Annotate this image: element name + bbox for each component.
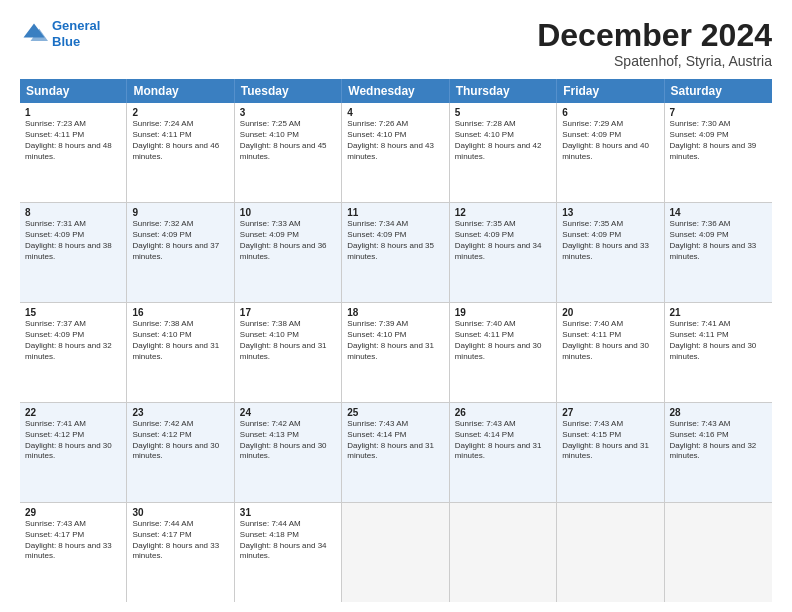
cell-content: Sunrise: 7:30 AM Sunset: 4:09 PM Dayligh… xyxy=(670,119,767,162)
day-14: 14 Sunrise: 7:36 AMSunset: 4:09 PMDaylig… xyxy=(665,203,772,302)
day-3: 3 Sunrise: 7:25 AM Sunset: 4:10 PM Dayli… xyxy=(235,103,342,202)
header-sunday: Sunday xyxy=(20,79,127,103)
day-22: 22 Sunrise: 7:41 AMSunset: 4:12 PMDaylig… xyxy=(20,403,127,502)
page: General Blue December 2024 Spatenhof, St… xyxy=(0,0,792,612)
day-17: 17 Sunrise: 7:38 AMSunset: 4:10 PMDaylig… xyxy=(235,303,342,402)
day-2: 2 Sunrise: 7:24 AM Sunset: 4:11 PM Dayli… xyxy=(127,103,234,202)
week-row-4: 22 Sunrise: 7:41 AMSunset: 4:12 PMDaylig… xyxy=(20,403,772,503)
day-5: 5 Sunrise: 7:28 AM Sunset: 4:10 PM Dayli… xyxy=(450,103,557,202)
day-6: 6 Sunrise: 7:29 AM Sunset: 4:09 PM Dayli… xyxy=(557,103,664,202)
day-empty-2 xyxy=(450,503,557,602)
calendar: Sunday Monday Tuesday Wednesday Thursday… xyxy=(20,79,772,602)
title-block: December 2024 Spatenhof, Styria, Austria xyxy=(537,18,772,69)
day-29: 29 Sunrise: 7:43 AMSunset: 4:17 PMDaylig… xyxy=(20,503,127,602)
day-11: 11 Sunrise: 7:34 AMSunset: 4:09 PMDaylig… xyxy=(342,203,449,302)
header-tuesday: Tuesday xyxy=(235,79,342,103)
day-7: 7 Sunrise: 7:30 AM Sunset: 4:09 PM Dayli… xyxy=(665,103,772,202)
header-saturday: Saturday xyxy=(665,79,772,103)
header-wednesday: Wednesday xyxy=(342,79,449,103)
day-26: 26 Sunrise: 7:43 AMSunset: 4:14 PMDaylig… xyxy=(450,403,557,502)
day-4: 4 Sunrise: 7:26 AM Sunset: 4:10 PM Dayli… xyxy=(342,103,449,202)
day-number: 1 xyxy=(25,107,121,118)
cell-content: Sunrise: 7:29 AM Sunset: 4:09 PM Dayligh… xyxy=(562,119,658,162)
cell-content: Sunrise: 7:23 AM Sunset: 4:11 PM Dayligh… xyxy=(25,119,121,162)
header-thursday: Thursday xyxy=(450,79,557,103)
header-monday: Monday xyxy=(127,79,234,103)
day-16: 16 Sunrise: 7:38 AMSunset: 4:10 PMDaylig… xyxy=(127,303,234,402)
day-31: 31 Sunrise: 7:44 AMSunset: 4:18 PMDaylig… xyxy=(235,503,342,602)
day-number: 7 xyxy=(670,107,767,118)
day-12: 12 Sunrise: 7:35 AMSunset: 4:09 PMDaylig… xyxy=(450,203,557,302)
day-20: 20 Sunrise: 7:40 AMSunset: 4:11 PMDaylig… xyxy=(557,303,664,402)
day-8: 8 Sunrise: 7:31 AMSunset: 4:09 PMDayligh… xyxy=(20,203,127,302)
logo: General Blue xyxy=(20,18,100,49)
week-row-1: 1 Sunrise: 7:23 AM Sunset: 4:11 PM Dayli… xyxy=(20,103,772,203)
week-row-3: 15 Sunrise: 7:37 AMSunset: 4:09 PMDaylig… xyxy=(20,303,772,403)
day-10: 10 Sunrise: 7:33 AMSunset: 4:09 PMDaylig… xyxy=(235,203,342,302)
day-number: 3 xyxy=(240,107,336,118)
day-number: 5 xyxy=(455,107,551,118)
day-25: 25 Sunrise: 7:43 AMSunset: 4:14 PMDaylig… xyxy=(342,403,449,502)
day-27: 27 Sunrise: 7:43 AMSunset: 4:15 PMDaylig… xyxy=(557,403,664,502)
cell-content: Sunrise: 7:26 AM Sunset: 4:10 PM Dayligh… xyxy=(347,119,443,162)
logo-icon xyxy=(20,20,48,48)
week-row-2: 8 Sunrise: 7:31 AMSunset: 4:09 PMDayligh… xyxy=(20,203,772,303)
day-28: 28 Sunrise: 7:43 AMSunset: 4:16 PMDaylig… xyxy=(665,403,772,502)
month-title: December 2024 xyxy=(537,18,772,53)
header-friday: Friday xyxy=(557,79,664,103)
day-23: 23 Sunrise: 7:42 AMSunset: 4:12 PMDaylig… xyxy=(127,403,234,502)
day-empty-3 xyxy=(557,503,664,602)
day-21: 21 Sunrise: 7:41 AMSunset: 4:11 PMDaylig… xyxy=(665,303,772,402)
logo-blue: Blue xyxy=(52,34,80,49)
day-24: 24 Sunrise: 7:42 AMSunset: 4:13 PMDaylig… xyxy=(235,403,342,502)
day-18: 18 Sunrise: 7:39 AMSunset: 4:10 PMDaylig… xyxy=(342,303,449,402)
day-number: 2 xyxy=(132,107,228,118)
calendar-body: 1 Sunrise: 7:23 AM Sunset: 4:11 PM Dayli… xyxy=(20,103,772,602)
cell-content: Sunrise: 7:24 AM Sunset: 4:11 PM Dayligh… xyxy=(132,119,228,162)
cell-content: Sunrise: 7:28 AM Sunset: 4:10 PM Dayligh… xyxy=(455,119,551,162)
day-number: 4 xyxy=(347,107,443,118)
header: General Blue December 2024 Spatenhof, St… xyxy=(20,18,772,69)
logo-text: General Blue xyxy=(52,18,100,49)
day-19: 19 Sunrise: 7:40 AMSunset: 4:11 PMDaylig… xyxy=(450,303,557,402)
week-row-5: 29 Sunrise: 7:43 AMSunset: 4:17 PMDaylig… xyxy=(20,503,772,602)
day-empty-1 xyxy=(342,503,449,602)
cell-content: Sunrise: 7:25 AM Sunset: 4:10 PM Dayligh… xyxy=(240,119,336,162)
day-empty-4 xyxy=(665,503,772,602)
logo-general: General xyxy=(52,18,100,33)
day-15: 15 Sunrise: 7:37 AMSunset: 4:09 PMDaylig… xyxy=(20,303,127,402)
day-30: 30 Sunrise: 7:44 AMSunset: 4:17 PMDaylig… xyxy=(127,503,234,602)
day-13: 13 Sunrise: 7:35 AMSunset: 4:09 PMDaylig… xyxy=(557,203,664,302)
day-number: 6 xyxy=(562,107,658,118)
calendar-header: Sunday Monday Tuesday Wednesday Thursday… xyxy=(20,79,772,103)
day-9: 9 Sunrise: 7:32 AMSunset: 4:09 PMDayligh… xyxy=(127,203,234,302)
day-1: 1 Sunrise: 7:23 AM Sunset: 4:11 PM Dayli… xyxy=(20,103,127,202)
location: Spatenhof, Styria, Austria xyxy=(537,53,772,69)
